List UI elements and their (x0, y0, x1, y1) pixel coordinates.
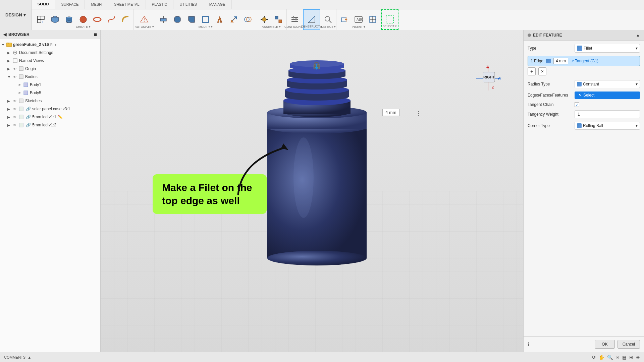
edit-panel-expand-icon[interactable]: ▲ (636, 33, 640, 38)
gear-icon-docsettings (12, 50, 18, 56)
eye-icon-body5[interactable]: 👁 (17, 90, 22, 96)
eye-icon-5mmled2[interactable]: 👁 (12, 122, 17, 128)
tree-item-body5[interactable]: 👁 Body5 (0, 89, 100, 97)
eye-icon-origin[interactable]: 👁 (12, 66, 17, 71)
tree-item-root[interactable]: ▼ greenFuture_2 v16 R. ● (0, 41, 100, 49)
eye-icon-bodies[interactable]: 👁 (12, 74, 17, 79)
cancel-button[interactable]: Cancel (618, 340, 640, 349)
body5-icon (23, 90, 29, 96)
footer-buttons: OK Cancel (595, 340, 640, 349)
tree-label-docsettings: Document Settings (19, 50, 53, 55)
tab-sheet-metal[interactable]: SHEET METAL (108, 0, 146, 9)
type-select-box[interactable]: Fillet ▾ (575, 44, 640, 53)
radius-type-select[interactable]: Constant ▾ (575, 80, 640, 88)
insert-btn3[interactable] (366, 11, 379, 27)
eye-icon-sketches[interactable]: 👁 (12, 98, 17, 104)
edge-type-label: Tangent (G1) (575, 59, 598, 63)
radius-type-label: Radius Type (528, 82, 575, 86)
tree-label-origin: Origin (25, 66, 36, 71)
press-pull-btn[interactable] (157, 11, 170, 27)
tab-utilities[interactable]: UTILITIES (173, 0, 203, 9)
tree-arrow-origin: ▶ (7, 67, 12, 71)
pipe-btn[interactable] (119, 11, 132, 27)
tree-item-5mmled1[interactable]: ▶ 👁 🔗 5mm led v1:1 ✏️ (0, 113, 100, 121)
cylinder-btn[interactable] (62, 11, 76, 27)
new-component-btn[interactable]: + (34, 11, 48, 27)
toolbar-tabs: SOLIDSURFACEMESHSHEET METALPLASTICUTILIT… (32, 0, 644, 30)
design-button[interactable]: DESIGN ▾ (0, 0, 32, 30)
fillet-btn[interactable] (171, 11, 184, 27)
inspect-group-label: INSPECT ▾ (320, 25, 336, 28)
combine-btn[interactable] (241, 11, 255, 27)
browser-back-icon[interactable]: ◀ (3, 32, 6, 37)
tree-item-body1[interactable]: 👁 Body1 (0, 81, 100, 89)
tree-item-bodies[interactable]: ▼ 👁 Bodies (0, 73, 100, 81)
tree-label-bodies: Bodies (25, 74, 38, 79)
folder-icon-root (6, 42, 12, 48)
box-btn[interactable] (48, 11, 62, 27)
pan-icon[interactable]: ✋ (599, 355, 604, 360)
type-row: Type Fillet ▾ (528, 44, 640, 53)
browser-collapse-icon[interactable]: ◼ (94, 32, 97, 37)
type-select[interactable]: Fillet ▾ (575, 44, 640, 53)
insert-btn1[interactable] (338, 11, 351, 27)
edit-panel-title: EDIT FEATURE (533, 33, 562, 38)
viewport[interactable]: Make a Filet on the top edge as well 4 m… (101, 30, 523, 352)
tab-manage[interactable]: MANAGE (203, 0, 232, 9)
zoom-fit-icon[interactable]: ⊡ (615, 355, 620, 360)
corner-type-row: Corner Type Rolling Ball ▾ (528, 122, 640, 130)
link-icon-solarpanel: 🔗 (25, 106, 31, 112)
dimension-options-btn[interactable]: ⋮ (416, 110, 421, 117)
chamfer-btn[interactable] (185, 11, 198, 27)
tree-item-docsettings[interactable]: ▶ Document Settings (0, 49, 100, 57)
select-edges-btn[interactable]: ↖ Select (575, 92, 640, 99)
tree-label-body1: Body1 (30, 82, 41, 87)
fillet-icon (173, 15, 182, 24)
tab-row: SOLIDSURFACEMESHSHEET METALPLASTICUTILIT… (32, 0, 644, 9)
orientation-cube[interactable]: RIGHT Z Y X (473, 64, 503, 95)
eye-icon-5mmled1[interactable]: 👁 (12, 114, 17, 120)
snap-icon[interactable]: ⊕ (636, 355, 640, 360)
info-icon[interactable]: ℹ (528, 342, 529, 347)
grid-icon[interactable]: ⊞ (629, 355, 633, 360)
tangent-chain-checkbox[interactable] (575, 102, 579, 107)
corner-type-label: Corner Type (528, 123, 575, 128)
tree-item-5mmled2[interactable]: ▶ 👁 🔗 5mm led v1:2 (0, 121, 100, 129)
zoom-icon[interactable]: 🔍 (607, 355, 613, 360)
display-mode-icon[interactable]: ▦ (622, 355, 627, 360)
statusbar-expand-icon[interactable]: ▲ (28, 355, 31, 359)
tab-solid[interactable]: SOLID (32, 0, 55, 9)
tab-surface[interactable]: SURFACE (55, 0, 85, 9)
orbit-icon[interactable]: ⟳ (592, 355, 596, 360)
insert-group-label: INSERT ▾ (352, 25, 365, 28)
browser-panel: ◀ BROWSER ◼ ▼ greenFuture_2 v16 R. ● ▶ D… (0, 30, 101, 352)
coil-btn[interactable] (105, 11, 118, 27)
eye-icon-solarpanel[interactable]: 👁 (12, 106, 17, 112)
tab-plastic[interactable]: PLASTIC (146, 0, 174, 9)
scale-btn[interactable] (227, 11, 240, 27)
tree-item-sketches[interactable]: ▶ 👁 Sketches (0, 97, 100, 105)
corner-type-select[interactable]: Rolling Ball ▾ (575, 122, 640, 130)
remove-edge-btn[interactable]: × (538, 67, 546, 75)
eye-icon-body1[interactable]: 👁 (17, 82, 22, 87)
tool-group-construct: CONSTRUCT ▾ (303, 9, 320, 30)
corner-type-select-box[interactable]: Rolling Ball ▾ (575, 122, 640, 130)
svg-rect-35 (291, 19, 298, 20)
tree-item-origin[interactable]: ▶ 👁 Origin (0, 65, 100, 73)
edges-faces-value: ↖ Select (575, 92, 640, 99)
create-group-label: CREATE ▾ (76, 25, 90, 28)
torus-btn[interactable] (91, 11, 104, 27)
add-edge-btn[interactable]: + (528, 67, 536, 75)
ok-button[interactable]: OK (595, 340, 614, 349)
torus-icon (93, 15, 102, 24)
tree-item-namedviews[interactable]: ▶ Named Views (0, 57, 100, 65)
tangency-weight-field[interactable]: 1 (575, 110, 640, 118)
tab-mesh[interactable]: MESH (85, 0, 108, 9)
radius-type-select-box[interactable]: Constant ▾ (575, 80, 640, 88)
fillet-type-icon (577, 46, 582, 51)
edge-item-row[interactable]: 1 Edge 4 mm ↗ Tangent (G1) (528, 56, 640, 66)
pipe-icon (121, 15, 130, 24)
edges-faces-row: Edges/Faces/Features ↖ Select (528, 92, 640, 99)
draft-btn[interactable] (213, 11, 226, 27)
tree-item-solarpanel[interactable]: ▶ 👁 🔗 solar panel case v3:1 (0, 105, 100, 113)
